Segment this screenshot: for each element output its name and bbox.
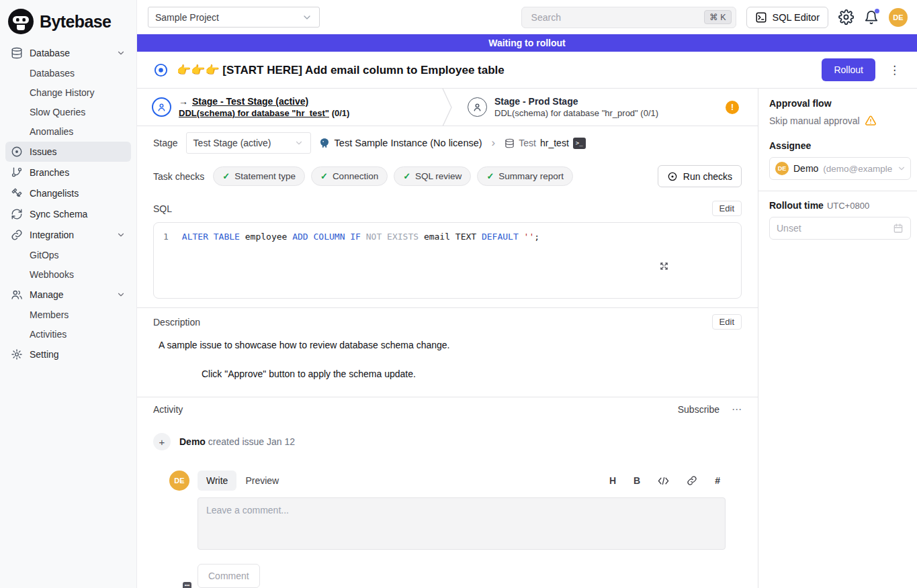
run-checks-button[interactable]: Run checks — [658, 165, 742, 187]
open-sql-editor-icon[interactable]: >_ — [573, 138, 586, 149]
sidebar-item-members[interactable]: Members — [5, 305, 131, 324]
sidebar-item-manage[interactable]: Manage — [5, 285, 131, 305]
sidebar-item-setting[interactable]: Setting — [5, 344, 131, 364]
issue-sidebar: Approval flow Skip manual approval Assig… — [758, 89, 917, 588]
sidebar-item-branches[interactable]: Branches — [5, 162, 131, 183]
subscribe-button[interactable]: Subscribe — [678, 404, 719, 415]
stage-user-icon — [468, 97, 487, 117]
content: → Stage - Test Stage (active) DDL(schema… — [137, 88, 917, 588]
comment-toolbar: Write Preview H B — [198, 471, 726, 491]
hash-icon[interactable]: # — [715, 475, 720, 486]
chevron-down-icon — [116, 230, 126, 240]
stage-card-test[interactable]: → Stage - Test Stage (active) DDL(schema… — [137, 89, 442, 126]
approval-flow-value: Skip manual approval — [769, 115, 860, 126]
tab-write[interactable]: Write — [198, 471, 236, 491]
bold-icon[interactable]: B — [634, 475, 640, 486]
check-pill-sql-review[interactable]: ✓ SQL review — [394, 166, 471, 186]
assignee-select[interactable]: DE Demo (demo@example — [769, 157, 911, 180]
stage-select-value: Test Stage (active) — [193, 138, 271, 148]
sql-label: SQL — [153, 203, 172, 214]
stage-card-title: Stage - Prod Stage — [494, 96, 658, 107]
status-banner-text: Waiting to rollout — [488, 38, 566, 48]
postgres-icon — [319, 138, 330, 148]
check-pill-connection[interactable]: ✓ Connection — [311, 166, 388, 186]
brand-logo[interactable]: Bytebase — [0, 5, 136, 42]
description-edit-button[interactable]: Edit — [712, 314, 742, 330]
sql-section: SQL Edit 1ALTER TABLE employee ADD COLUM… — [137, 194, 758, 299]
issue-circle-dot-icon — [11, 146, 23, 158]
sidebar-item-label: Databases — [30, 68, 75, 79]
instance-breadcrumb[interactable]: Test Sample Instance (No license) — [319, 138, 482, 148]
activity-label: Activity — [153, 404, 183, 415]
description-label: Description — [153, 317, 200, 328]
pencil-ruler-icon — [11, 187, 23, 199]
chevron-down-icon — [897, 164, 906, 173]
stage-card-text: Stage - Prod Stage DDL(schema) for datab… — [494, 96, 658, 118]
project-select[interactable]: Sample Project — [148, 7, 320, 28]
sidebar-item-gitops[interactable]: GitOps — [5, 246, 131, 264]
search-input[interactable] — [530, 11, 705, 23]
sidebar-item-anomalies[interactable]: Anomalies — [5, 122, 131, 141]
link-icon[interactable] — [687, 475, 697, 486]
sql-edit-button[interactable]: Edit — [712, 201, 742, 216]
sidebar-item-label: Anomalies — [30, 126, 73, 137]
search-box: ⌘ K — [521, 7, 736, 28]
stage-card-prod[interactable]: Stage - Prod Stage DDL(schema) for datab… — [453, 89, 758, 126]
bytebase-app: Bytebase Database Databases Change Histo… — [0, 0, 917, 588]
sidebar-item-database[interactable]: Database — [5, 43, 131, 63]
rollout-button[interactable]: Rollout — [822, 58, 875, 81]
comment-avatar: DE — [169, 471, 189, 491]
activity-actor: Demo — [179, 436, 206, 447]
notifications-bell-button[interactable] — [864, 10, 879, 25]
check-pill-statement-type[interactable]: ✓ Statement type — [213, 166, 305, 186]
brand-name: Bytebase — [40, 12, 111, 32]
notification-dot — [875, 9, 879, 13]
sidebar-item-issues[interactable]: Issues — [5, 142, 131, 162]
sidebar-item-label: Manage — [30, 289, 64, 300]
sidebar-item-webhooks[interactable]: Webhooks — [5, 265, 131, 284]
comment-button[interactable]: Comment — [198, 564, 260, 588]
user-avatar[interactable]: DE — [889, 8, 908, 27]
stage-selector-row: Stage Test Stage (active) Test Sample In… — [137, 126, 758, 159]
rollout-timezone: UTC+0800 — [827, 201, 869, 211]
sidebar-item-activities[interactable]: Activities — [5, 325, 131, 344]
current-stage-arrow: → — [179, 96, 188, 107]
sidebar-item-change-history[interactable]: Change History — [5, 83, 131, 102]
sidebar-item-sync-schema[interactable]: Sync Schema — [5, 204, 131, 224]
rollout-time-label: Rollout time — [769, 200, 824, 211]
link-icon — [11, 229, 23, 241]
sidebar-item-slow-queries[interactable]: Slow Queries — [5, 103, 131, 121]
check-pill-label: Connection — [333, 171, 378, 181]
issue-status-icon — [153, 62, 169, 78]
activity-kebab-menu[interactable]: ⋯ — [732, 403, 742, 415]
description-line: Click "Approve" button to apply the sche… — [202, 369, 742, 379]
sql-code-block[interactable]: 1ALTER TABLE employee ADD COLUMN IF NOT … — [153, 222, 742, 299]
chevron-down-icon — [116, 48, 126, 58]
run-circle-icon — [667, 171, 678, 182]
check-pill-label: Statement type — [234, 171, 296, 181]
description-section: Description Edit A sample issue to showc… — [137, 307, 758, 389]
issue-kebab-menu[interactable]: ⋮ — [883, 63, 906, 77]
stage-card-title: Stage - Test Stage (active) — [192, 96, 308, 107]
sidebar-item-integration[interactable]: Integration — [5, 225, 131, 245]
sidebar-item-label: Sync Schema — [30, 209, 87, 219]
check-pill-summary-report[interactable]: ✓ Summary report — [477, 166, 573, 186]
comment-input[interactable] — [198, 497, 726, 550]
sidebar-item-databases[interactable]: Databases — [5, 64, 131, 83]
check-icon: ✓ — [222, 171, 230, 181]
code-icon[interactable] — [658, 476, 669, 486]
topbar: Sample Project ⌘ K SQL Editor — [137, 0, 917, 34]
sidebar-item-changelists[interactable]: Changelists — [5, 183, 131, 203]
settings-gear-button[interactable] — [838, 9, 854, 25]
stage-select[interactable]: Test Stage (active) — [186, 132, 311, 154]
gear-icon — [11, 348, 23, 360]
expand-icon[interactable] — [659, 241, 733, 291]
database-breadcrumb[interactable]: Test hr_test >_ — [505, 138, 586, 149]
sql-editor-label: SQL Editor — [773, 12, 820, 23]
tab-preview[interactable]: Preview — [236, 471, 288, 491]
sidebar-item-label: Branches — [30, 167, 69, 178]
sql-editor-button[interactable]: SQL Editor — [746, 7, 828, 28]
db-name: hr_test — [540, 138, 569, 148]
rollout-time-input[interactable]: Unset — [769, 217, 911, 240]
heading-icon[interactable]: H — [609, 475, 616, 486]
